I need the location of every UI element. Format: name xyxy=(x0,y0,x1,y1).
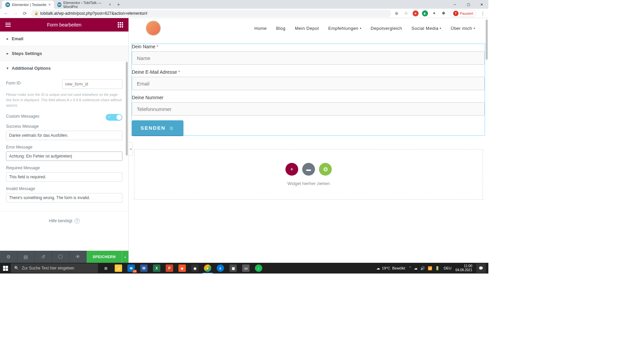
brave-icon[interactable]: ◆ xyxy=(176,263,189,274)
system-tray[interactable]: ˄ ☁ 🔊 📶 🔋 xyxy=(409,266,440,270)
invalid-message-label: Invalid Message xyxy=(6,186,122,191)
profile-paused-badge[interactable]: T Pausiert xyxy=(450,10,476,17)
extension-icon[interactable]: ✦ xyxy=(431,10,437,16)
required-message-input[interactable] xyxy=(6,172,122,182)
nav-item[interactable]: Über mich▾ xyxy=(451,26,475,31)
sidebar-title: Form bearbeiten xyxy=(47,22,82,27)
pause-label: Pausiert xyxy=(460,11,473,15)
site-header: HomeBlogMein DepotEmpfehlungen▾Depotverg… xyxy=(129,18,488,38)
email-label: Deine E-Mail Adresse * xyxy=(132,69,485,75)
reload-button[interactable]: ⟳ xyxy=(21,10,28,17)
invalid-message-input[interactable] xyxy=(6,193,122,202)
file-explorer-icon[interactable]: 📁 xyxy=(112,263,125,274)
help-link[interactable]: Hilfe benötigt ? xyxy=(0,212,128,230)
add-section-button[interactable]: + xyxy=(285,163,298,176)
excel-icon[interactable]: X xyxy=(150,263,163,274)
success-message-input[interactable] xyxy=(6,131,122,140)
history-icon[interactable]: ↺ xyxy=(35,251,52,263)
notifications-icon[interactable]: 💬 xyxy=(476,263,486,273)
app-icon[interactable]: ▭ xyxy=(239,263,252,274)
email-input[interactable] xyxy=(132,77,485,90)
language-indicator[interactable]: DEU xyxy=(444,266,451,270)
save-options-button[interactable]: ▴ xyxy=(122,251,128,263)
close-icon[interactable]: × xyxy=(109,2,111,7)
nav-item[interactable]: Depotvergleich xyxy=(371,26,402,31)
search-icon: 🔍 xyxy=(14,266,19,270)
extension-icon[interactable]: ● xyxy=(413,10,419,16)
form-widget[interactable]: Dein Name * Deine E-Mail Adresse * Deine… xyxy=(131,44,485,136)
kebab-menu-icon[interactable]: ⋮ xyxy=(480,10,486,16)
scrollbar-thumb[interactable] xyxy=(126,62,128,156)
start-button[interactable] xyxy=(0,263,11,274)
volume-icon[interactable]: 🔊 xyxy=(420,266,425,270)
settings-icon[interactable]: ⚙ xyxy=(0,251,17,263)
nav-item[interactable]: Home xyxy=(255,26,267,31)
scrollbar-thumb[interactable] xyxy=(486,19,488,60)
wordpress-icon: W xyxy=(5,2,10,7)
cloud-sync-icon[interactable]: ☁ xyxy=(414,266,418,270)
section-email[interactable]: ▸ Email xyxy=(0,32,128,46)
section-additional-options[interactable]: ▾ Additional Options xyxy=(0,61,128,75)
template-library-button[interactable]: ▬ xyxy=(302,163,315,176)
forward-button[interactable]: → xyxy=(12,10,19,17)
spotify-icon[interactable]: ♪ xyxy=(252,263,265,274)
nav-item[interactable]: Blog xyxy=(276,26,285,31)
browser-tab-active[interactable]: W Elementor | Testseite × xyxy=(2,1,54,9)
chrome-icon[interactable]: ● xyxy=(201,263,214,274)
weather-widget[interactable]: ☁ 19°C Bewölkt xyxy=(376,266,405,270)
form-id-input[interactable] xyxy=(62,79,122,89)
chevron-down-icon: ▾ xyxy=(440,27,441,30)
browser-tab[interactable]: W Elementor ‹ TobiTalk — WordPre × xyxy=(54,1,114,9)
save-button[interactable]: SPEICHERN xyxy=(87,251,122,263)
custom-messages-toggle[interactable]: ✓ xyxy=(106,114,122,121)
widgets-grid-icon[interactable] xyxy=(116,21,124,29)
nav-item[interactable]: Mein Depot xyxy=(295,26,319,31)
error-message-input[interactable] xyxy=(6,152,122,161)
sidebar-scroll[interactable]: ▸ Email ▸ Steps Settings ▾ Additional Op… xyxy=(0,32,128,251)
extensions-menu-icon[interactable]: ✱ xyxy=(441,10,447,16)
obs-icon[interactable]: ◉ xyxy=(189,263,201,274)
edge-icon[interactable]: e xyxy=(214,263,227,274)
taskbar-search[interactable]: 🔍 Zur Suche Text hier eingeben xyxy=(11,263,98,273)
section-steps-settings[interactable]: ▸ Steps Settings xyxy=(0,46,128,61)
caret-right-icon: ▸ xyxy=(7,52,8,55)
nav-item[interactable]: Social Media▾ xyxy=(412,26,441,31)
send-button[interactable]: SENDEN ☺ xyxy=(132,120,183,135)
extension-icon[interactable]: ◐ xyxy=(422,10,428,16)
preview-icon[interactable]: 👁 xyxy=(69,251,87,263)
task-view-icon[interactable]: ⊞ xyxy=(99,263,112,274)
widget-drop-zone[interactable]: + ▬ ❂ Widget hierher ziehen xyxy=(134,149,483,200)
help-icon: ? xyxy=(74,218,80,224)
powerpoint-icon[interactable]: P xyxy=(163,263,176,274)
minimize-button[interactable]: ─ xyxy=(448,0,462,9)
word-icon[interactable]: W xyxy=(138,263,150,274)
navigator-icon[interactable]: ▤ xyxy=(17,251,35,263)
phone-input[interactable] xyxy=(132,102,485,116)
app-icon[interactable]: ▦ xyxy=(227,263,239,274)
bookmark-icon[interactable]: ☆ xyxy=(403,10,409,16)
nav-item[interactable]: Empfehlungen▾ xyxy=(328,26,361,31)
site-avatar[interactable] xyxy=(146,20,161,36)
new-tab-button[interactable]: + xyxy=(114,1,122,9)
back-button[interactable]: ← xyxy=(3,10,9,17)
preview-canvas[interactable]: ◂ HomeBlogMein DepotEmpfehlungen▾Depotve… xyxy=(129,18,488,263)
envato-button[interactable]: ❂ xyxy=(319,163,332,176)
close-icon[interactable]: × xyxy=(48,2,51,7)
maximize-button[interactable]: ▢ xyxy=(462,0,475,9)
responsive-icon[interactable]: 🖵 xyxy=(52,251,69,263)
battery-icon[interactable]: 🔋 xyxy=(435,266,440,270)
success-message-label: Success Message xyxy=(6,124,122,129)
caret-right-icon: ▸ xyxy=(7,37,8,41)
name-input[interactable] xyxy=(132,51,485,65)
zoom-icon[interactable]: ⊕ xyxy=(394,10,400,16)
hamburger-menu-icon[interactable] xyxy=(4,21,12,29)
url-field[interactable]: 🔒 tobitalk.at/wp-admin/post.php?post=627… xyxy=(31,10,391,17)
phone-label: Deine Nummer xyxy=(132,95,485,100)
chevron-up-icon[interactable]: ˄ xyxy=(409,266,411,270)
wifi-icon[interactable]: 📶 xyxy=(428,266,432,270)
lock-icon: 🔒 xyxy=(34,11,38,15)
collapse-sidebar-handle[interactable]: ◂ xyxy=(129,142,133,156)
close-window-button[interactable]: ✕ xyxy=(475,0,488,9)
clock[interactable]: 11:00 04.08.2021 xyxy=(455,264,472,272)
outlook-icon[interactable]: ✉25 xyxy=(125,263,138,274)
